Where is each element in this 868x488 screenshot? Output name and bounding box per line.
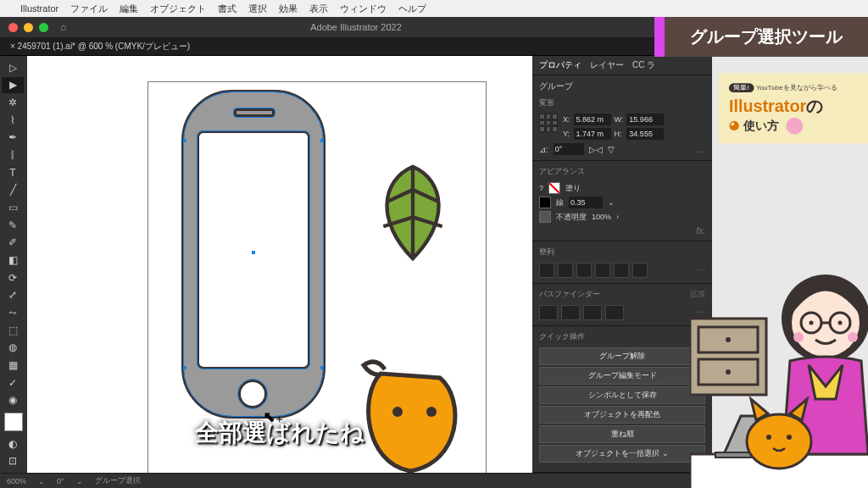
subtitle-text: 全部選ばれたね — [195, 417, 364, 449]
align-left-icon[interactable] — [539, 263, 554, 278]
shaper-tool[interactable]: ✐ — [2, 235, 24, 252]
pen-tool[interactable]: ✒ — [2, 130, 24, 147]
x-input[interactable] — [574, 114, 611, 125]
svg-point-21 — [838, 321, 843, 325]
w-input[interactable] — [626, 114, 664, 125]
app-window: ⌂ Adobe Illustrator 2022 × 2459701 (1).a… — [0, 17, 712, 488]
gradient-tool[interactable]: ▦ — [2, 357, 24, 374]
svg-point-10 — [726, 337, 731, 342]
menu-file[interactable]: ファイル — [70, 3, 108, 15]
svg-point-5 — [392, 407, 403, 417]
opacity-value[interactable]: 100% — [592, 213, 611, 221]
rectangle-tool[interactable]: ▭ — [2, 199, 24, 216]
titlebar: ⌂ Adobe Illustrator 2022 — [0, 17, 712, 37]
orange-illustration[interactable] — [351, 352, 470, 473]
select-all-button[interactable]: オブジェクトを一括選択 ⌄ — [539, 445, 705, 463]
ungroup-button[interactable]: グループ解除 — [539, 347, 705, 365]
tab-layers[interactable]: レイヤー — [590, 59, 624, 71]
eyedropper-tool[interactable]: ✓ — [2, 374, 24, 391]
pathfinder-title: パスファインダー — [539, 289, 600, 300]
selection-tool[interactable]: ▷ — [2, 59, 24, 76]
svg-point-23 — [848, 332, 858, 342]
align-bottom-icon[interactable] — [632, 263, 648, 278]
window-title: Adobe Illustrator 2022 — [310, 22, 402, 32]
menu-type[interactable]: 書式 — [218, 3, 236, 15]
screen-mode[interactable]: ⊡ — [2, 452, 24, 469]
color-mode-toggle[interactable]: ◐ — [2, 435, 24, 452]
leaf-illustration[interactable] — [366, 158, 459, 271]
stroke-width-input[interactable] — [569, 197, 603, 208]
fill-stroke-swatch[interactable] — [4, 413, 23, 431]
scale-tool[interactable]: ⤢ — [2, 287, 24, 304]
eraser-tool[interactable]: ◧ — [2, 252, 24, 269]
avatar-icon — [786, 118, 803, 135]
menu-object[interactable]: オブジェクト — [150, 3, 206, 15]
shape-builder-tool[interactable]: ◍ — [2, 340, 24, 357]
svg-point-6 — [426, 407, 437, 417]
phone-illustration[interactable] — [181, 90, 326, 419]
blend-tool[interactable]: ◉ — [2, 391, 24, 408]
tab-cclib[interactable]: CC ラ — [632, 59, 655, 71]
pf-exclude-icon[interactable] — [605, 305, 624, 320]
magic-wand-tool[interactable]: ✲ — [2, 94, 24, 111]
character-illustration — [690, 217, 868, 488]
close-window-button[interactable] — [8, 23, 18, 32]
type-tool[interactable]: T — [2, 164, 24, 181]
menu-view[interactable]: 表示 — [309, 3, 328, 15]
pf-intersect-icon[interactable] — [583, 305, 602, 320]
arrange-button[interactable]: 重ね順 — [539, 425, 705, 443]
pf-minus-icon[interactable] — [561, 305, 580, 320]
width-tool[interactable]: ⥊ — [2, 304, 24, 321]
flip-v-icon[interactable]: ▽ — [608, 145, 615, 154]
mascot-icon: ◕ — [729, 118, 740, 132]
maximize-window-button[interactable] — [39, 23, 48, 32]
curvature-tool[interactable]: ⦚ — [2, 147, 24, 164]
stroke-swatch[interactable] — [539, 197, 551, 208]
canvas[interactable]: ⬉₊ 全部選ばれたね — [27, 56, 532, 473]
menu-effect[interactable]: 効果 — [279, 3, 298, 15]
svg-point-11 — [726, 369, 731, 374]
menu-help[interactable]: ヘルプ — [398, 3, 426, 15]
status-bar: 600%⌄ 0°⌄ グループ選択 — [0, 473, 712, 488]
home-icon[interactable]: ⌂ — [60, 21, 66, 33]
menubar-app[interactable]: Illustrator — [20, 3, 58, 14]
line-tool[interactable]: ╱ — [2, 182, 24, 199]
rotate-tool[interactable]: ⟳ — [2, 269, 24, 286]
recolor-button[interactable]: オブジェクトを再配色 — [539, 406, 705, 424]
free-transform-tool[interactable]: ⬚ — [2, 322, 24, 339]
video-overlay-title: グループ選択ツール — [665, 17, 868, 57]
paintbrush-tool[interactable]: ✎ — [2, 217, 24, 234]
zoom-level[interactable]: 600% — [7, 477, 26, 485]
fill-swatch[interactable] — [548, 182, 560, 194]
lasso-tool[interactable]: ⌇ — [2, 112, 24, 129]
quick-title: クイック操作 — [539, 331, 705, 342]
group-selection-tool[interactable]: ▶ — [2, 77, 24, 94]
angle-input[interactable] — [554, 143, 584, 155]
menu-window[interactable]: ウィンドウ — [340, 3, 387, 15]
h-input[interactable] — [626, 128, 664, 140]
selection-type: グループ — [539, 80, 705, 92]
properties-panel: プロパティ レイヤー CC ラ グループ 変形 X: W: Y: H: — [532, 56, 712, 473]
rotate-view[interactable]: 0° — [57, 477, 64, 485]
menu-edit[interactable]: 編集 — [120, 3, 138, 15]
tab-properties[interactable]: プロパティ — [539, 59, 581, 71]
svg-point-26 — [787, 435, 792, 440]
flip-h-icon[interactable]: ▷◁ — [589, 145, 603, 154]
pf-unite-icon[interactable] — [539, 305, 558, 320]
document-tab[interactable]: × 2459701 (1).ai* @ 600 % (CMYK/プレビュー) — [0, 37, 712, 56]
align-top-icon[interactable] — [595, 263, 610, 278]
align-title: 整列 — [539, 247, 705, 258]
align-right-icon[interactable] — [576, 263, 592, 278]
save-symbol-button[interactable]: シンボルとして保存 — [539, 386, 705, 404]
appearance-title: アピアランス — [539, 166, 705, 177]
opacity-swatch[interactable] — [539, 211, 551, 223]
promo-card: 簡単! YouTubeを見ながら学べる Illustratorの ◕ 使い方 — [718, 74, 868, 144]
y-input[interactable] — [574, 128, 611, 140]
menu-select[interactable]: 選択 — [248, 3, 267, 15]
svg-point-20 — [810, 321, 814, 325]
edit-group-button[interactable]: グループ編集モード — [539, 367, 705, 385]
minimize-window-button[interactable] — [24, 23, 33, 32]
align-vcenter-icon[interactable] — [614, 263, 629, 278]
reference-point[interactable] — [539, 114, 558, 132]
align-hcenter-icon[interactable] — [558, 263, 573, 278]
